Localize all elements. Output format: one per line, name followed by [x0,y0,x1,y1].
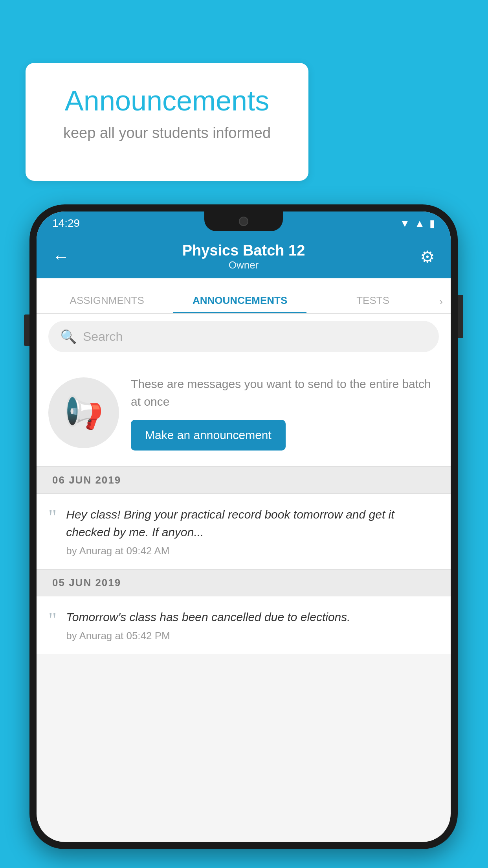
tab-assignments[interactable]: ASSIGNMENTS [40,294,173,313]
search-placeholder: Search [83,329,123,344]
quote-icon-1: " [48,507,57,528]
back-button[interactable]: ← [52,247,76,267]
quote-icon-2: " [48,610,57,630]
app-bar-title: Physics Batch 12 [76,242,411,259]
announcement-text-2: Tomorrow's class has been cancelled due … [66,608,439,626]
wifi-icon: ▼ [400,217,410,230]
status-time: 14:29 [52,217,80,230]
signal-icon: ▲ [415,217,425,230]
tab-more[interactable]: › [439,296,447,313]
phone-wrapper: 14:29 ▼ ▲ ▮ ← Physics Batch 12 Owner ⚙ A… [29,204,458,849]
app-bar-subtitle: Owner [76,259,411,271]
settings-button[interactable]: ⚙ [411,247,435,267]
announcement-text-1: Hey class! Bring your practical record b… [66,506,439,541]
app-bar-title-group: Physics Batch 12 Owner [76,242,411,271]
status-icons: ▼ ▲ ▮ [400,217,435,230]
notch [204,211,283,231]
camera-notch [239,217,248,226]
search-bar-container: 🔍 Search [37,314,451,359]
tab-tests[interactable]: TESTS [306,294,439,313]
search-bar[interactable]: 🔍 Search [48,321,439,352]
speech-bubble-section: Announcements keep all your students inf… [26,63,308,181]
promo-right: These are messages you want to send to t… [131,375,439,451]
tab-announcements[interactable]: ANNOUNCEMENTS [173,294,306,313]
make-announcement-button[interactable]: Make an announcement [131,420,286,451]
megaphone-icon: 📢 [64,394,103,431]
speech-bubble: Announcements keep all your students inf… [26,63,308,181]
phone-frame: 14:29 ▼ ▲ ▮ ← Physics Batch 12 Owner ⚙ A… [29,204,458,849]
app-bar: ← Physics Batch 12 Owner ⚙ [37,235,451,278]
announcement-meta-2: by Anurag at 05:42 PM [66,630,439,642]
announcement-content-2: Tomorrow's class has been cancelled due … [66,608,439,642]
battery-icon: ▮ [429,217,435,230]
announcement-content-1: Hey class! Bring your practical record b… [66,506,439,557]
phone-screen: 14:29 ▼ ▲ ▮ ← Physics Batch 12 Owner ⚙ A… [37,211,451,842]
date-separator-2: 05 JUN 2019 [37,569,451,596]
date-separator-1: 06 JUN 2019 [37,467,451,494]
announcement-meta-1: by Anurag at 09:42 AM [66,545,439,557]
announcement-item-2[interactable]: " Tomorrow's class has been cancelled du… [37,596,451,654]
bubble-title: Announcements [49,85,285,117]
announcement-promo: 📢 These are messages you want to send to… [37,359,451,467]
tab-bar: ASSIGNMENTS ANNOUNCEMENTS TESTS › [37,278,451,314]
promo-icon-circle: 📢 [48,377,119,448]
announcement-item-1[interactable]: " Hey class! Bring your practical record… [37,494,451,569]
promo-description: These are messages you want to send to t… [131,375,439,410]
bubble-subtitle: keep all your students informed [49,125,285,142]
search-icon: 🔍 [60,329,77,344]
